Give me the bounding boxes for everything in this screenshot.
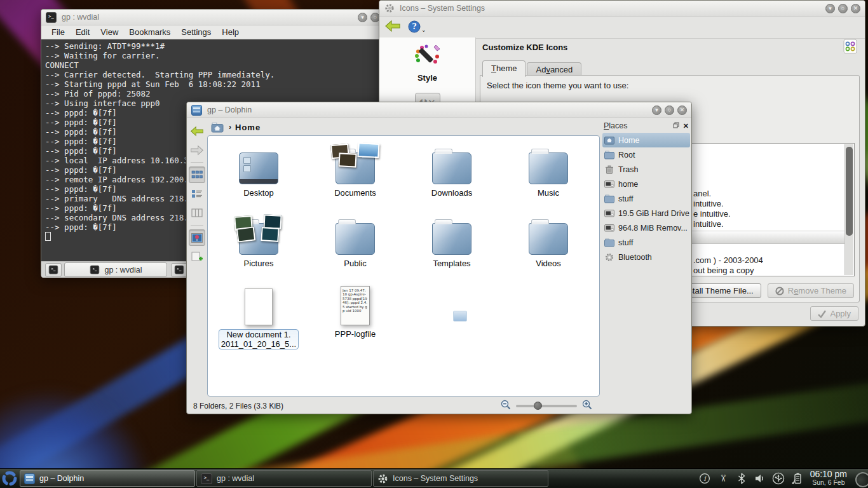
- scrollbar[interactable]: [844, 144, 853, 275]
- app-launcher-button[interactable]: [0, 469, 19, 488]
- folder-item-downloads[interactable]: Downloads: [403, 144, 500, 198]
- menu-item-settings[interactable]: Settings: [181, 27, 211, 37]
- places-header: Places: [604, 121, 628, 130]
- taskbar-task-gp-dolphin[interactable]: gp – Dolphin: [20, 470, 195, 487]
- folder-item-videos[interactable]: Videos: [500, 214, 597, 268]
- terminal-line: --> Carrier detected. Starting PPP immed…: [45, 70, 381, 79]
- scrollbar-thumb[interactable]: [846, 147, 853, 236]
- dolphin-icon: [191, 105, 202, 116]
- panel-toolbox-icon[interactable]: [855, 472, 868, 487]
- taskbar-task-gp-wvdial[interactable]: >_gp : wvdial: [196, 470, 372, 487]
- bluetooth-icon[interactable]: [735, 472, 748, 485]
- folder-item-documents[interactable]: Documents: [307, 144, 403, 198]
- close-button[interactable]: ✕: [851, 4, 860, 13]
- info-icon[interactable]: i: [698, 472, 711, 485]
- tab-theme[interactable]: Theme: [482, 60, 526, 77]
- clock[interactable]: 06:10 pm Sun, 6 Feb: [810, 470, 847, 487]
- item-label: Public: [344, 259, 366, 268]
- maximize-button[interactable]: ○: [838, 4, 848, 13]
- battery-icon[interactable]: [790, 472, 803, 485]
- places-item-trash[interactable]: Trash: [602, 162, 690, 177]
- terminal-cursor: [45, 232, 51, 241]
- system-settings-toolbar: ? ⌄: [379, 17, 865, 39]
- item-label: Documents: [334, 188, 376, 198]
- dolphin-toolbar: [187, 119, 207, 398]
- item-label: Downloads: [431, 188, 472, 198]
- folder-view[interactable]: DesktopDocumentsDownloadsMusicPicturesPu…: [207, 135, 600, 396]
- new-tab-button[interactable]: >_: [45, 263, 62, 277]
- places-item-19-5-gib-hard-drive[interactable]: 19.5 GiB Hard Drive: [602, 206, 690, 220]
- terminal-menubar: FileEditViewBookmarksSettingsHelp: [41, 25, 384, 39]
- minimize-button[interactable]: ▾: [825, 4, 835, 13]
- folder-item-templates[interactable]: Templates: [403, 214, 500, 268]
- usb-device-icon[interactable]: [772, 472, 785, 485]
- gear-icon: [384, 3, 395, 14]
- places-item-stuff[interactable]: stuff: [602, 191, 690, 206]
- overview-icon[interactable]: [843, 39, 857, 57]
- close-panel-icon[interactable]: ✕: [683, 122, 689, 130]
- split-view-button[interactable]: [189, 248, 205, 265]
- back-button[interactable]: [189, 123, 205, 139]
- places-item-label: 964.8 MiB Remov...: [618, 224, 688, 233]
- zoom-out-icon: [501, 400, 511, 410]
- preview-toggle-button[interactable]: [189, 229, 205, 246]
- breadcrumb-root[interactable]: Home: [235, 123, 261, 132]
- folder-item-desktop[interactable]: Desktop: [210, 144, 307, 198]
- file-item-new-document[interactable]: New document 1.2011_01_20_16_5...: [210, 285, 307, 349]
- zoom-slider[interactable]: [516, 405, 577, 407]
- terminal-tab[interactable]: >_ gp : wvdial: [64, 262, 167, 277]
- apply-button[interactable]: Apply: [810, 306, 858, 321]
- menu-item-view[interactable]: View: [100, 27, 118, 37]
- menu-item-edit[interactable]: Edit: [76, 27, 90, 37]
- places-item-home[interactable]: Home: [602, 133, 690, 147]
- remove-theme-button[interactable]: Remove Theme: [768, 283, 854, 298]
- breadcrumb-separator-icon: ›: [229, 123, 231, 132]
- taskbar-task-icons-system-settings[interactable]: Icons – System Settings: [373, 470, 548, 487]
- kde-logo-icon: [1, 470, 18, 487]
- menu-item-help[interactable]: Help: [222, 27, 239, 37]
- terminal-titlebar[interactable]: >_ gp : wvdial ▾ ○: [41, 10, 384, 25]
- breadcrumb-home-button[interactable]: [210, 121, 225, 133]
- close-button[interactable]: ✕: [677, 105, 687, 115]
- places-item-964-8-mib-remov-[interactable]: 964.8 MiB Remov...: [602, 220, 690, 235]
- help-button[interactable]: ? ⌄: [407, 20, 426, 34]
- float-panel-icon[interactable]: [673, 121, 679, 130]
- zoom-slider-handle[interactable]: [534, 402, 542, 410]
- places-item-label: stuff: [618, 238, 633, 247]
- pictures-folder-icon: [239, 223, 278, 255]
- style-icon: [413, 43, 442, 72]
- sidebar-item-style[interactable]: Style: [417, 73, 437, 83]
- item-label: Pictures: [244, 259, 274, 268]
- dolphin-titlebar[interactable]: gp – Dolphin ▾ ○ ✕: [187, 102, 691, 118]
- places-item-root[interactable]: Root: [602, 147, 690, 162]
- menu-item-bookmarks[interactable]: Bookmarks: [129, 27, 170, 37]
- places-item-stuff[interactable]: stuff: [602, 235, 690, 250]
- file-item-ppp-logfile[interactable]: Jan 17 09:47:18 gp-Aspire-5738 pppd[1946…: [307, 285, 403, 349]
- details-view-button[interactable]: [189, 186, 205, 202]
- minimize-button[interactable]: ▾: [652, 105, 661, 115]
- klipper-icon[interactable]: ✂: [717, 472, 729, 485]
- text-file-preview-icon: Jan 17 09:47:18 gp-Aspire-5738 pppd[1946…: [341, 286, 370, 325]
- dolphin-statusbar: 8 Folders, 2 Files (3.3 KiB): [187, 398, 691, 414]
- forward-button[interactable]: [189, 142, 205, 158]
- folder-item-public[interactable]: Public: [307, 214, 403, 268]
- back-button[interactable]: [384, 19, 401, 36]
- places-item-home[interactable]: home: [602, 177, 690, 191]
- minimize-button[interactable]: ▾: [358, 13, 367, 22]
- system-settings-titlebar[interactable]: Icons – System Settings ▾ ○ ✕: [379, 1, 865, 17]
- drive-icon: [604, 208, 614, 219]
- icons-view-button[interactable]: [189, 166, 205, 183]
- folder-item-music[interactable]: Music: [500, 144, 597, 198]
- details-view-icon: [191, 189, 203, 199]
- columns-view-button[interactable]: [189, 205, 205, 221]
- maximize-button[interactable]: ○: [665, 105, 674, 115]
- split-add-icon: [191, 252, 203, 262]
- volume-icon[interactable]: [754, 472, 766, 485]
- menu-item-file[interactable]: File: [51, 27, 65, 37]
- zoom-in-button[interactable]: [582, 400, 592, 412]
- places-item-bluetooth[interactable]: Bluetooth: [602, 250, 690, 264]
- clock-date: Sun, 6 Feb: [810, 478, 847, 487]
- tab-list-button[interactable]: >_: [171, 263, 187, 277]
- folder-item-pictures[interactable]: Pictures: [210, 214, 307, 268]
- zoom-out-button[interactable]: [501, 400, 511, 412]
